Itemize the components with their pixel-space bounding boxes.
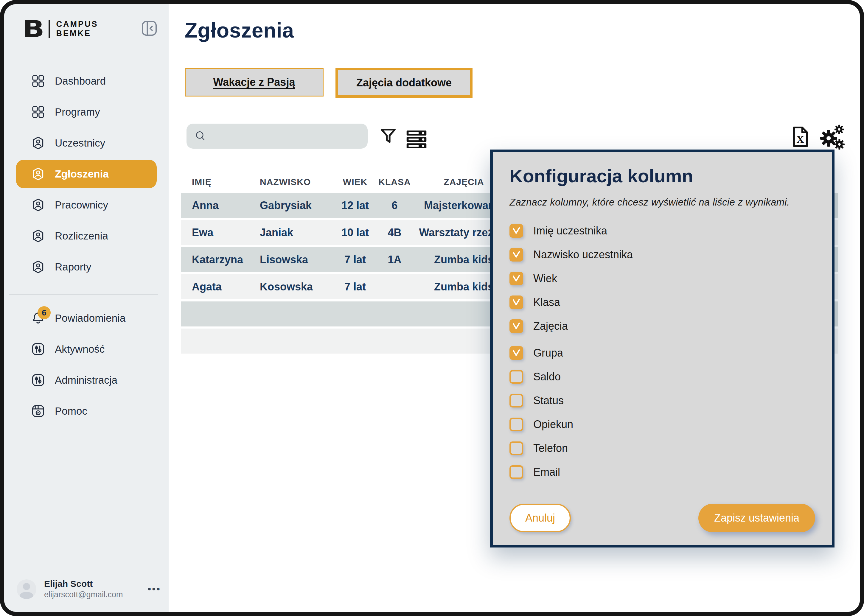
column-option-email[interactable]: Email: [509, 465, 815, 479]
sidebar-item-administracja[interactable]: Administracja: [4, 365, 169, 396]
column-header: WIEK: [336, 177, 374, 187]
avatar-body: [20, 592, 33, 599]
column-option-label: Imię uczestnika: [533, 225, 607, 237]
checkbox-unchecked[interactable]: [509, 465, 523, 479]
sidebar-item-raporty[interactable]: Raporty: [4, 251, 169, 282]
column-option-wiek[interactable]: Wiek: [509, 272, 815, 285]
checkbox-checked[interactable]: [509, 319, 523, 333]
tab-label: Wakacje z Pasją: [213, 76, 295, 88]
column-header: KLASA: [374, 177, 415, 187]
column-option-nazwisko-uczestnika[interactable]: Nazwisko uczestnika: [509, 248, 815, 261]
column-option-label: Nazwisko uczestnika: [533, 248, 633, 261]
user-info: Elijah Scott elijarscott@gmail.com: [44, 579, 123, 599]
sidebar-item-programy[interactable]: Programy: [4, 96, 169, 127]
sidebar-item-label: Administracja: [55, 374, 117, 386]
user-menu-dots[interactable]: •••: [148, 583, 161, 595]
cancel-button[interactable]: Anuluj: [509, 504, 571, 532]
sidebar-item-label: Powiadomienia: [55, 312, 126, 324]
sidebar-item-dashboard[interactable]: Dashboard: [4, 66, 169, 96]
collapse-sidebar-icon: [141, 20, 158, 37]
sliders-icon: [31, 373, 45, 387]
sidebar-nav: Dashboard Programy Uczestnicy Zgłoszenia: [4, 66, 169, 427]
filter-button[interactable]: [379, 127, 397, 145]
column-option-zajecia[interactable]: Zajęcia: [509, 319, 815, 333]
sidebar-item-label: Programy: [55, 106, 100, 118]
modal-title: Konfiguracja kolumn: [509, 165, 815, 187]
app-frame: B CAMPUS BEMKE Dashboard: [0, 0, 864, 616]
sliders-icon: [31, 342, 45, 356]
settings-gears-button[interactable]: [819, 123, 846, 151]
cell-nazwisko: Janiak: [260, 226, 336, 239]
avatar: [17, 579, 36, 599]
search-input[interactable]: [207, 124, 368, 149]
person-hex-icon: [31, 167, 45, 181]
sidebar-item-rozliczenia[interactable]: Rozliczenia: [4, 220, 169, 251]
bell-icon: 6: [31, 311, 45, 325]
cell-imie: Anna: [192, 199, 260, 212]
column-option-imie-uczestnika[interactable]: Imię uczestnika: [509, 224, 815, 238]
person-hex-icon: [31, 229, 45, 243]
column-option-label: Zajęcia: [533, 320, 568, 332]
checkbox-checked[interactable]: [509, 224, 523, 238]
person-hex-icon: [31, 136, 45, 150]
sidebar-item-pomoc[interactable]: Pomoc: [4, 396, 169, 427]
grid-icon: [31, 74, 45, 88]
page-title: Zgłoszenia: [185, 19, 294, 42]
column-option-opiekun[interactable]: Opiekun: [509, 418, 815, 431]
checkbox-unchecked[interactable]: [509, 370, 523, 383]
sidebar-item-uczestnicy[interactable]: Uczestnicy: [4, 127, 169, 159]
cell-wiek: 10 lat: [336, 226, 374, 239]
column-option-klasa[interactable]: Klasa: [509, 295, 815, 309]
checkbox-checked[interactable]: [509, 346, 523, 360]
column-option-status[interactable]: Status: [509, 394, 815, 407]
cell-klasa: 6: [374, 199, 415, 212]
check-icon: [511, 226, 522, 236]
column-option-telefon[interactable]: Telefon: [509, 442, 815, 455]
checkbox-unchecked[interactable]: [509, 418, 523, 431]
cell-imie: Agata: [192, 281, 260, 293]
column-option-label: Telefon: [533, 442, 568, 454]
logo-divider: [49, 20, 50, 38]
column-option-saldo[interactable]: Saldo: [509, 370, 815, 383]
video-help-icon: [31, 404, 45, 418]
check-icon: [511, 297, 522, 307]
checkbox-checked[interactable]: [509, 272, 523, 285]
checkbox-checked[interactable]: [509, 295, 523, 309]
column-rows-button[interactable]: [405, 128, 428, 147]
tab-wakacje-z-pasja[interactable]: Wakacje z Pasją: [185, 68, 324, 96]
column-header: IMIĘ: [192, 177, 260, 187]
sidebar-item-aktywnosc[interactable]: Aktywność: [4, 334, 169, 365]
excel-export-icon: X: [790, 125, 811, 148]
settings-gears-icon: [819, 123, 846, 151]
column-option-grupa[interactable]: Grupa: [509, 346, 815, 360]
sidebar-item-label: Rozliczenia: [55, 230, 108, 242]
column-rows-icon: [405, 128, 428, 151]
user-name: Elijah Scott: [44, 579, 123, 589]
sidebar-item-label: Pomoc: [55, 405, 87, 417]
search-bar: [187, 124, 368, 149]
notification-badge: 6: [38, 306, 51, 319]
checkbox-checked[interactable]: [509, 248, 523, 261]
user-profile: Elijah Scott elijarscott@gmail.com •••: [17, 579, 161, 599]
program-tabs: Wakacje z Pasją Zajęcia dodatkowe: [185, 68, 473, 98]
column-option-label: Klasa: [533, 296, 560, 309]
excel-export-button[interactable]: X: [790, 125, 811, 149]
search-icon: [194, 130, 207, 143]
sidebar-item-label: Zgłoszenia: [55, 168, 109, 180]
tab-zajecia-dodatkowe[interactable]: Zajęcia dodatkowe: [335, 68, 473, 98]
check-icon: [511, 273, 522, 284]
collapse-sidebar-button[interactable]: [141, 20, 158, 37]
checkbox-unchecked[interactable]: [509, 394, 523, 407]
user-email: elijarscott@gmail.com: [44, 590, 123, 599]
save-settings-button[interactable]: Zapisz ustawienia: [698, 504, 815, 532]
sidebar-item-powiadomienia[interactable]: 6 Powiadomienia: [4, 303, 169, 334]
sidebar-divider: [9, 294, 158, 295]
cell-imie: Katarzyna: [192, 253, 260, 266]
column-option-label: Grupa: [533, 347, 563, 359]
sidebar-item-label: Pracownicy: [55, 199, 108, 211]
sidebar-item-pracownicy[interactable]: Pracownicy: [4, 189, 169, 220]
column-option-label: Status: [533, 394, 564, 407]
brand-name-line2: BEMKE: [56, 29, 98, 38]
checkbox-unchecked[interactable]: [509, 442, 523, 455]
sidebar-item-zgloszenia[interactable]: Zgłoszenia: [16, 160, 157, 188]
